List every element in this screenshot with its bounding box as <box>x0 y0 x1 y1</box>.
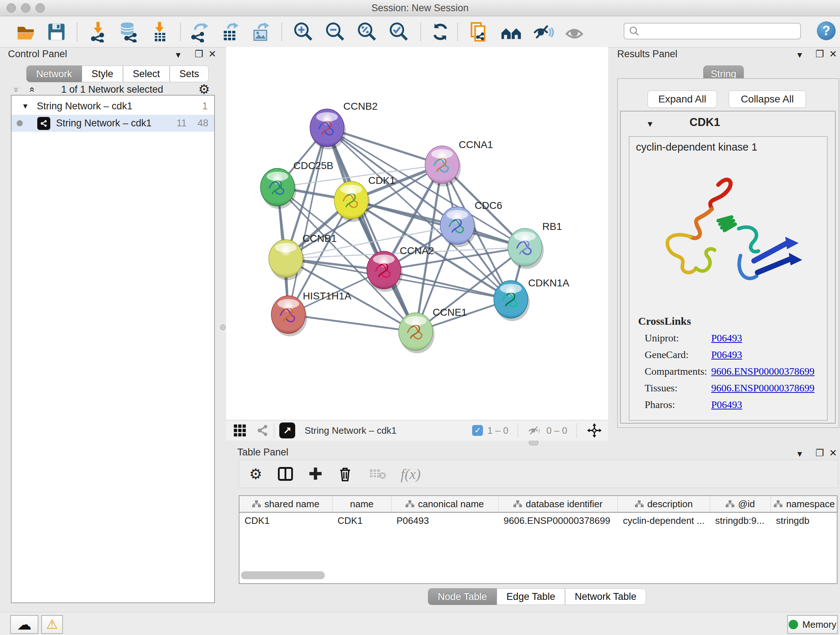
crosslink-link[interactable]: 9606.ENSP00000378699 <box>711 366 814 377</box>
title-bar: Session: New Session <box>0 0 840 16</box>
network-row[interactable]: String Network – cdk1 11 48 <box>11 115 214 132</box>
tab-select[interactable]: Select <box>123 65 170 82</box>
column-header-database-identifier[interactable]: database identifier <box>499 496 618 512</box>
zoom-fit-icon[interactable] <box>356 21 378 43</box>
column-header-shared-name[interactable]: shared name <box>240 496 332 512</box>
column-header-@id[interactable]: @id <box>710 496 771 512</box>
help-button[interactable]: ? <box>817 21 836 40</box>
crosslink-link[interactable]: P06493 <box>711 349 742 361</box>
cloud-button[interactable]: ☁ <box>10 615 38 634</box>
cell-name[interactable]: CDK1 <box>332 515 392 526</box>
table-panel-close-icon[interactable]: ✕ <box>829 448 837 459</box>
network-canvas[interactable]: CCNB2CCNA1CDC25BCDK1CDC6RB1CCNB1CCNA2CDK… <box>226 47 608 420</box>
network-node-HIST1H1A[interactable]: HIST1H1A <box>271 290 351 336</box>
search-input[interactable] <box>639 25 793 37</box>
network-edge-count: 48 <box>197 118 208 129</box>
import-network-icon[interactable] <box>87 21 109 43</box>
network-list-icon[interactable] <box>256 424 269 437</box>
expand-all-button[interactable]: Expand All <box>647 90 717 108</box>
refresh-layout-icon[interactable] <box>429 21 452 43</box>
control-panel-float-icon[interactable]: ❐ <box>195 49 203 60</box>
crosslink-link[interactable]: P06493 <box>711 333 742 344</box>
table-options-gear-icon[interactable]: ⚙ <box>249 466 262 482</box>
save-session-icon[interactable] <box>45 21 68 43</box>
section-expander-icon[interactable]: ▼ <box>646 119 654 129</box>
table-panel-menu-icon[interactable]: ▾ <box>797 448 802 459</box>
network-node-CCNA1[interactable]: CCNA1 <box>425 139 493 187</box>
status-bar: ☁ ⚠ Memory <box>0 612 840 635</box>
zoom-selected-icon[interactable] <box>388 21 410 43</box>
clone-network-icon[interactable] <box>468 21 491 43</box>
memory-button[interactable]: Memory <box>787 615 838 634</box>
results-panel-float-icon[interactable]: ❐ <box>815 49 824 60</box>
tab-network[interactable]: Network <box>27 65 82 82</box>
network-node-RB1[interactable]: RB1 <box>508 221 562 269</box>
protein-description: cyclin-dependent kinase 1 <box>636 141 757 153</box>
export-table-icon[interactable] <box>219 21 241 43</box>
table-panel-float-icon[interactable]: ❐ <box>815 448 824 459</box>
selected-checkbox-icon[interactable]: ✓ <box>472 425 483 436</box>
tab-node-table[interactable]: Node Table <box>428 588 497 605</box>
network-edge[interactable] <box>288 315 416 332</box>
left-splitter-handle[interactable] <box>220 325 226 330</box>
open-session-icon[interactable] <box>14 21 37 43</box>
bottom-splitter-handle[interactable] <box>529 440 538 445</box>
network-node-CCNB2[interactable]: CCNB2 <box>310 101 378 149</box>
control-panel-menu-icon[interactable]: ▾ <box>176 49 180 60</box>
tab-edge-table[interactable]: Edge Table <box>497 588 565 605</box>
collapse-all-chevron-icon[interactable]: » <box>11 87 22 92</box>
tab-sets[interactable]: Sets <box>170 65 209 82</box>
function-builder-icon[interactable]: f(x) <box>401 466 421 483</box>
tree-expander-icon[interactable]: ▼ <box>22 102 29 111</box>
horizontal-scrollbar[interactable] <box>241 571 325 579</box>
birds-eye-view-icon[interactable]: ↗ <box>279 423 295 439</box>
export-image-icon[interactable] <box>249 21 272 43</box>
expand-all-chevron-icon[interactable]: « <box>27 87 38 92</box>
zoom-in-icon[interactable] <box>292 21 315 43</box>
crosslink-link[interactable]: 9606.ENSP00000378699 <box>711 382 814 394</box>
cell-canonical-name[interactable]: P06493 <box>392 515 499 526</box>
export-network-icon[interactable] <box>188 21 210 43</box>
window-title: Session: New Session <box>0 3 840 14</box>
delete-table-icon[interactable] <box>369 467 386 480</box>
cell-database-identifier[interactable]: 9606.ENSP00000378699 <box>499 515 618 526</box>
results-panel-menu-icon[interactable]: ▾ <box>797 49 802 60</box>
show-columns-icon[interactable] <box>278 466 294 482</box>
cell-namespace[interactable]: stringdb <box>771 515 838 526</box>
search-box[interactable] <box>624 23 801 40</box>
warnings-button[interactable]: ⚠ <box>41 615 63 634</box>
tab-network-table[interactable]: Network Table <box>565 588 646 605</box>
grid-view-icon[interactable] <box>233 424 246 437</box>
import-network-from-database-icon[interactable] <box>118 21 140 43</box>
zoom-out-icon[interactable] <box>324 21 347 43</box>
show-all-networks-icon[interactable] <box>500 21 523 43</box>
tab-style[interactable]: Style <box>82 65 123 82</box>
network-node-CCNE1[interactable]: CCNE1 <box>399 307 467 353</box>
collapse-all-button[interactable]: Collapse All <box>729 90 806 108</box>
toolbar-separator <box>77 23 77 41</box>
delete-column-icon[interactable] <box>338 466 353 482</box>
pan-tool-icon[interactable] <box>586 423 602 439</box>
node-table[interactable]: shared namenamecanonical namedatabase id… <box>239 495 837 584</box>
control-panel-close-icon[interactable]: ✕ <box>208 49 216 60</box>
cell-description[interactable]: cyclin-dependent ... <box>618 515 710 526</box>
network-collection-row[interactable]: ▼ String Network – cdk1 1 <box>11 98 214 115</box>
results-panel-close-icon[interactable]: ✕ <box>829 49 837 60</box>
add-column-icon[interactable]: ✚ <box>309 464 323 484</box>
column-header-namespace[interactable]: namespace <box>771 496 838 512</box>
cell-shared-name[interactable]: CDK1 <box>240 515 332 526</box>
network-node-CDKN1A[interactable]: CDKN1A <box>494 277 569 321</box>
column-header-name[interactable]: name <box>332 496 392 512</box>
crosslink-link[interactable]: P06493 <box>711 399 742 410</box>
column-header-description[interactable]: description <box>618 496 710 512</box>
column-header-canonical-name[interactable]: canonical name <box>392 496 499 512</box>
network-view[interactable]: CCNB2CCNA1CDC25BCDK1CDC6RB1CCNB1CCNA2CDK… <box>226 47 608 420</box>
hide-selected-icon[interactable] <box>532 21 554 43</box>
show-hidden-icon[interactable] <box>564 21 586 43</box>
footer-separator <box>576 423 577 438</box>
network-node-CDC6[interactable]: CDC6 <box>440 200 502 247</box>
cell-@id[interactable]: stringdb:9... <box>710 515 771 526</box>
table-row[interactable]: CDK1CDK1P064939606.ENSP00000378699cyclin… <box>240 513 837 529</box>
collection-count: 1 <box>202 101 208 112</box>
import-table-icon[interactable] <box>148 21 171 43</box>
